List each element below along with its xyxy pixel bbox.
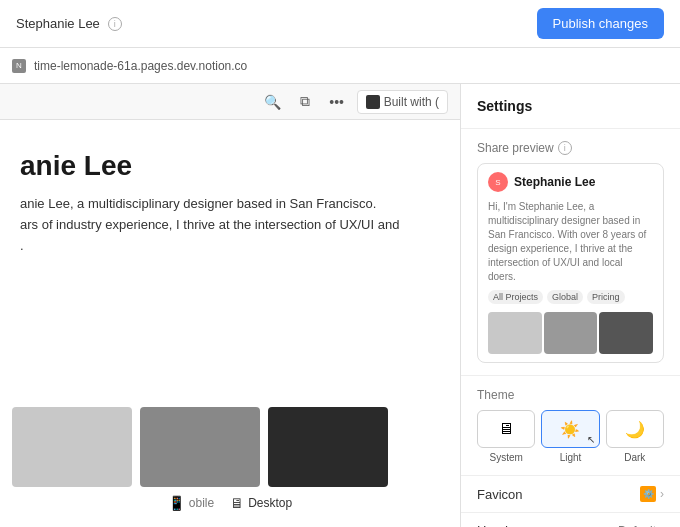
copy-icon[interactable]: ⧉: [293, 90, 317, 114]
preview-img-1: [488, 312, 542, 354]
mobile-icon: 📱: [168, 495, 185, 511]
header-label: Header: [477, 523, 520, 527]
view-toggle: 📱 obile 🖥 Desktop: [0, 487, 460, 519]
header-chevron: ›: [660, 524, 664, 528]
settings-title: Settings: [461, 84, 680, 129]
system-icon: 🖥: [498, 420, 514, 438]
header-value: Default ›: [618, 524, 664, 528]
theme-system-option[interactable]: 🖥 System: [477, 410, 535, 463]
theme-dark-icon-box: 🌙: [606, 410, 664, 448]
share-preview-tags: All Projects Global Pricing: [478, 290, 663, 312]
built-with-label: Built with (: [384, 95, 439, 109]
theme-dark-label: Dark: [624, 452, 645, 463]
preview-area: 🔍 ⧉ ••• Built with ( anie Lee anie Lee, …: [0, 84, 460, 527]
thumbnail-1: [12, 407, 132, 487]
theme-system-icon-box: 🖥: [477, 410, 535, 448]
preview-thumbnails: [0, 407, 460, 487]
thumbnail-3: [268, 407, 388, 487]
preview-name: anie Lee: [20, 150, 440, 182]
mobile-label: obile: [189, 496, 214, 510]
header-value-text: Default: [618, 524, 656, 528]
tag-pricing: Pricing: [587, 290, 625, 304]
desktop-view-option[interactable]: 🖥 Desktop: [230, 495, 292, 511]
publish-button[interactable]: Publish changes: [537, 8, 664, 39]
share-preview-section: Share preview i S Stephanie Lee Hi, I'm …: [461, 129, 680, 376]
mobile-view-option[interactable]: 📱 obile: [168, 495, 214, 511]
cursor-icon: ↖: [587, 434, 595, 445]
desktop-icon: 🖥: [230, 495, 244, 511]
share-preview-info-icon[interactable]: i: [558, 141, 572, 155]
avatar: S: [488, 172, 508, 192]
preview-description: anie Lee, a multidisciplinary designer b…: [20, 194, 440, 256]
url-bar-row: N time-lemonade-61a.pages.dev.notion.co: [0, 48, 680, 84]
theme-light-label: Light: [560, 452, 582, 463]
tag-global: Global: [547, 290, 583, 304]
more-options-icon[interactable]: •••: [325, 90, 349, 114]
favicon-icon: ⚙️: [640, 486, 656, 502]
favicon-row[interactable]: Favicon ⚙️ ›: [461, 476, 680, 513]
info-icon[interactable]: i: [108, 17, 122, 31]
favicon-label: Favicon: [477, 487, 523, 502]
url-text: time-lemonade-61a.pages.dev.notion.co: [34, 59, 668, 73]
share-preview-top: S Stephanie Lee: [478, 164, 663, 200]
built-with-badge[interactable]: Built with (: [357, 90, 448, 114]
share-preview-name: Stephanie Lee: [514, 175, 595, 189]
favicon-value: ⚙️ ›: [640, 486, 664, 502]
share-preview-label: Share preview i: [477, 141, 664, 155]
preview-img-2: [544, 312, 598, 354]
theme-light-icon-box: ☀️ ↖: [541, 410, 599, 448]
header-row[interactable]: Header Default ›: [461, 513, 680, 527]
favicon-chevron: ›: [660, 487, 664, 501]
notion-favicon-icon: N: [12, 59, 26, 73]
preview-toolbar: 🔍 ⧉ ••• Built with (: [0, 84, 460, 120]
dark-icon: 🌙: [625, 420, 645, 439]
share-preview-description: Hi, I'm Stephanie Lee, a multidisciplina…: [478, 200, 663, 290]
preview-desc-line2: ars of industry experience, I thrive at …: [20, 217, 399, 232]
preview-desc-line3: .: [20, 238, 24, 253]
theme-section: Theme 🖥 System ☀️ ↖ Ligh: [461, 376, 680, 476]
preview-desc-line1: anie Lee, a multidisciplinary designer b…: [20, 196, 376, 211]
theme-system-label: System: [489, 452, 522, 463]
theme-light-option[interactable]: ☀️ ↖ Light: [541, 410, 599, 463]
theme-dark-option[interactable]: 🌙 Dark: [606, 410, 664, 463]
preview-img-3: [599, 312, 653, 354]
preview-content: anie Lee anie Lee, a multidisciplinary d…: [0, 120, 460, 286]
search-icon[interactable]: 🔍: [261, 90, 285, 114]
top-bar: Stephanie Lee i Publish changes: [0, 0, 680, 48]
theme-label: Theme: [477, 388, 664, 402]
desktop-label: Desktop: [248, 496, 292, 510]
share-preview-card: S Stephanie Lee Hi, I'm Stephanie Lee, a…: [477, 163, 664, 363]
settings-panel: Settings Share preview i S Stephanie Lee…: [460, 84, 680, 527]
thumbnail-2: [140, 407, 260, 487]
theme-options: 🖥 System ☀️ ↖ Light 🌙: [477, 410, 664, 463]
share-preview-images: [478, 312, 663, 362]
notion-logo-icon: [366, 95, 380, 109]
light-icon: ☀️: [560, 420, 580, 439]
main-area: 🔍 ⧉ ••• Built with ( anie Lee anie Lee, …: [0, 84, 680, 527]
site-name: Stephanie Lee: [16, 16, 100, 31]
top-bar-left: Stephanie Lee i: [16, 16, 122, 31]
tag-all-projects: All Projects: [488, 290, 543, 304]
app-container: Stephanie Lee i Publish changes N time-l…: [0, 0, 680, 527]
